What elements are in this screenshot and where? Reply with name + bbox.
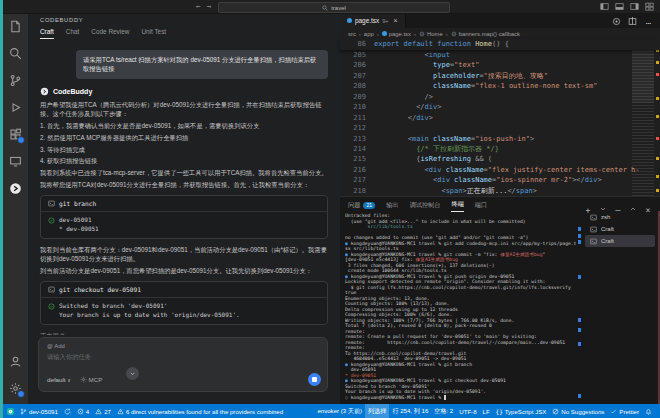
line-number: 212 xyxy=(340,123,374,133)
terminal-scrollbar[interactable] xyxy=(578,213,581,401)
go-back-icon[interactable]: ← xyxy=(196,2,201,11)
editor-action-split[interactable] xyxy=(628,12,637,30)
status-item[interactable]: envoker (3 天前) xyxy=(314,404,365,418)
check-circle-icon xyxy=(48,303,55,310)
status-item-label: TypeScript JSX xyxy=(505,408,547,415)
file-tsx-icon xyxy=(382,31,387,36)
tab-page-tsx[interactable]: page.tsx 9+ × xyxy=(340,13,406,28)
add-context-button[interactable]: @ Add xyxy=(47,343,319,349)
panel-tab-调试控制台[interactable]: 调试控制台 xyxy=(410,201,441,212)
activity-item-account[interactable] xyxy=(3,348,28,375)
status-item[interactable]: {}TypeScript JSX xyxy=(493,404,550,418)
tab-unit-test[interactable]: Unit Test xyxy=(141,28,166,39)
activity-item-search[interactable] xyxy=(3,40,28,67)
code-area[interactable]: 205 <input206 type="text"207 placeholder… xyxy=(340,50,660,196)
ruler-mark xyxy=(656,189,659,192)
code-line: 207 placeholder="搜索目的地、攻略" xyxy=(340,71,660,81)
breadcrumb-item[interactable]: app xyxy=(364,31,374,37)
command-block-header[interactable]: git branch xyxy=(41,196,327,212)
status-item[interactable]: dev-05091 xyxy=(17,404,61,418)
activity-item-explorer[interactable] xyxy=(3,13,28,40)
status-item[interactable]: 6 direct vulnerabilities found for all t… xyxy=(114,404,286,418)
terminal-icon xyxy=(590,226,597,233)
breadcrumb-item[interactable]: page.tsx xyxy=(382,31,411,37)
breadcrumb-item[interactable]: banners.map() callback xyxy=(451,31,520,37)
panel-tab-端口[interactable]: 端口 xyxy=(475,201,487,212)
command-center-search[interactable]: travel xyxy=(218,2,450,13)
bot-paragraph: 用户希望我使用TCA（腾讯云代码分析）对dev-05091分支进行全量扫描，并在… xyxy=(40,100,328,119)
status-item[interactable]: No Suggestions xyxy=(549,404,607,418)
terminal-session-zsh[interactable]: zsh xyxy=(585,211,655,223)
status-item[interactable] xyxy=(61,404,74,418)
panel-tab-终端[interactable]: 终端 xyxy=(451,200,463,212)
code-line-content: <input xyxy=(374,50,450,60)
activity-item-run-debug[interactable] xyxy=(3,94,28,121)
overview-ruler xyxy=(655,39,660,196)
status-item[interactable]: UTF-8 xyxy=(456,404,479,418)
ruler-mark xyxy=(656,137,659,140)
command-output-line: Switched to branch 'dev-05091' xyxy=(48,302,320,311)
editor-group: page.tsx 9+ × ⋯ src›app›page.tsx›Home›ba… xyxy=(340,13,660,196)
tab-chat[interactable]: Chat xyxy=(66,28,80,39)
bot-paragraph: 4. 获取扫描报告链接 xyxy=(40,156,328,165)
status-item[interactable]: Prettier xyxy=(607,404,642,418)
terminal-session-craft[interactable]: Craft xyxy=(585,235,655,247)
minimap[interactable] xyxy=(632,39,654,196)
terminal-command-mark xyxy=(578,318,581,322)
status-item[interactable] xyxy=(642,404,655,418)
command-block-output: dev-05091* dev-09051 xyxy=(41,212,327,238)
toggle-primary-sidebar-icon xyxy=(600,2,609,11)
editor-action-more[interactable]: ⋯ xyxy=(644,12,653,30)
status-item[interactable]: LF xyxy=(480,404,493,418)
breadcrumb-item[interactable]: Home xyxy=(419,31,443,37)
go-forward-icon[interactable]: → xyxy=(207,2,212,11)
line-number: 207 xyxy=(340,71,374,81)
panel-tab-问题[interactable]: 问题21 xyxy=(348,201,375,212)
panel-tab-label: 调试控制台 xyxy=(410,201,441,210)
activity-item-source-control[interactable] xyxy=(3,67,28,94)
stop-icon xyxy=(312,377,317,382)
mcp-button[interactable]: MCP xyxy=(80,376,103,383)
code-line: 206 type="text" xyxy=(340,60,660,70)
command-block: git branchdev-05091* dev-09051 xyxy=(40,195,328,239)
status-item[interactable]: 4 xyxy=(74,404,92,418)
close-tab-icon[interactable]: × xyxy=(394,17,398,24)
task-input-box[interactable]: @ Add 请输入你的任务 default ∨ MCP xyxy=(38,337,328,392)
status-item-label: 行 254, 列 16 xyxy=(392,407,428,416)
session-label: zsh xyxy=(601,214,610,220)
tab-craft[interactable]: Craft xyxy=(40,28,54,39)
bot-paragraph: 我将帮您使用TCA对dev-05091分支进行全量扫描，并获取报告链接。首先，让… xyxy=(40,180,328,189)
status-item[interactable]: 行 254, 列 16 xyxy=(389,404,431,418)
line-number: 206 xyxy=(340,60,374,70)
line-number: 211 xyxy=(340,113,374,123)
breadcrumb-item[interactable]: src xyxy=(348,31,356,37)
status-item[interactable]: 27 xyxy=(92,404,114,418)
line-number: 86 xyxy=(340,39,374,49)
command-block: git checkout dev-05091Switched to branch… xyxy=(40,281,328,325)
status-item[interactable]: 列选择 xyxy=(365,404,389,418)
command-block-header[interactable]: git checkout dev-05091 xyxy=(41,282,327,298)
tab-code-review[interactable]: Code Review xyxy=(91,28,129,39)
panel-tab-输出[interactable]: 输出 xyxy=(386,201,398,212)
terminal-output[interactable]: Untracked files: (use "git add <file>...… xyxy=(345,213,577,401)
output-text: Switched to branch 'dev-05091' xyxy=(59,302,167,311)
account-icon xyxy=(9,355,22,368)
editor-action-circle-dot[interactable] xyxy=(612,12,621,30)
breadcrumb: src›app›page.tsx›Home›banners.map() call… xyxy=(340,28,660,39)
stop-generation-button[interactable] xyxy=(308,373,321,386)
line-number: 215 xyxy=(340,154,374,164)
scroll-to-bottom-button[interactable] xyxy=(126,367,139,380)
activity-item-extensions[interactable] xyxy=(3,121,28,148)
activity-item-codebuddy[interactable] xyxy=(3,175,28,202)
task-input-placeholder[interactable]: 请输入你的任务 xyxy=(47,353,319,362)
model-selector[interactable]: default ∨ xyxy=(47,376,71,383)
terminal-session-craft[interactable]: Craft xyxy=(585,223,655,235)
terminal-command-mark xyxy=(578,240,581,244)
breadcrumb-separator: › xyxy=(377,31,379,37)
activity-item-settings[interactable] xyxy=(3,375,28,402)
thinking-status: 正在思考... xyxy=(40,332,328,335)
activity-item-remote-explorer[interactable] xyxy=(3,148,28,175)
status-item[interactable]: 空格: 2 xyxy=(431,404,456,418)
code-line: 210 </div> xyxy=(340,102,660,112)
status-item[interactable] xyxy=(4,404,17,418)
